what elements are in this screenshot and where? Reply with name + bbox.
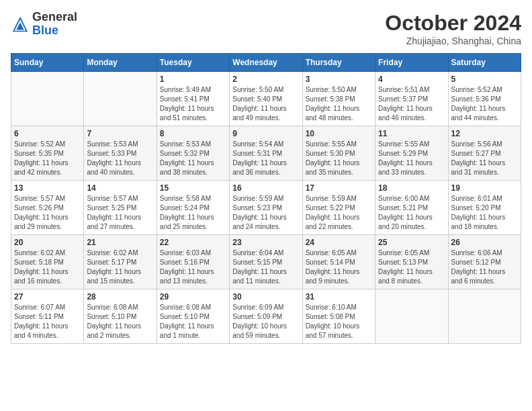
- day-info: Sunrise: 6:08 AM Sunset: 5:10 PM Dayligh…: [87, 303, 153, 340]
- day-info: Sunrise: 5:53 AM Sunset: 5:32 PM Dayligh…: [160, 140, 226, 177]
- calendar-day-cell: 21Sunrise: 6:02 AM Sunset: 5:17 PM Dayli…: [84, 235, 157, 289]
- day-info: Sunrise: 5:51 AM Sunset: 5:37 PM Dayligh…: [378, 85, 445, 123]
- day-number: 4: [378, 75, 445, 84]
- day-number: 12: [451, 129, 518, 138]
- day-number: 17: [306, 183, 372, 193]
- day-info: Sunrise: 5:54 AM Sunset: 5:31 PM Dayligh…: [232, 140, 299, 177]
- day-number: 18: [378, 183, 445, 193]
- day-info: Sunrise: 5:57 AM Sunset: 5:25 PM Dayligh…: [87, 194, 153, 232]
- calendar-day-cell: 26Sunrise: 6:06 AM Sunset: 5:12 PM Dayli…: [448, 235, 521, 289]
- day-info: Sunrise: 6:05 AM Sunset: 5:13 PM Dayligh…: [378, 248, 445, 286]
- day-number: 9: [232, 129, 299, 138]
- calendar-day-cell: 14Sunrise: 5:57 AM Sunset: 5:25 PM Dayli…: [84, 181, 157, 235]
- calendar-table: SundayMondayTuesdayWednesdayThursdayFrid…: [11, 53, 521, 344]
- day-info: Sunrise: 5:55 AM Sunset: 5:29 PM Dayligh…: [378, 140, 445, 177]
- day-info: Sunrise: 6:08 AM Sunset: 5:10 PM Dayligh…: [160, 303, 226, 340]
- day-number: 16: [232, 183, 299, 193]
- calendar-day-cell: 13Sunrise: 5:57 AM Sunset: 5:26 PM Dayli…: [11, 181, 84, 235]
- calendar-day-cell: 20Sunrise: 6:02 AM Sunset: 5:18 PM Dayli…: [11, 235, 84, 289]
- calendar-day-cell: 3Sunrise: 5:50 AM Sunset: 5:38 PM Daylig…: [302, 72, 375, 126]
- calendar-day-cell: 31Sunrise: 6:10 AM Sunset: 5:08 PM Dayli…: [302, 289, 375, 344]
- calendar-day-cell: 7Sunrise: 5:53 AM Sunset: 5:33 PM Daylig…: [84, 126, 157, 181]
- day-number: 20: [14, 238, 81, 247]
- calendar-week-row: 6Sunrise: 5:52 AM Sunset: 5:35 PM Daylig…: [11, 126, 521, 181]
- calendar-week-row: 20Sunrise: 6:02 AM Sunset: 5:18 PM Dayli…: [11, 235, 521, 289]
- day-info: Sunrise: 6:04 AM Sunset: 5:15 PM Dayligh…: [232, 248, 299, 286]
- day-number: 5: [451, 75, 518, 84]
- calendar-day-cell: 9Sunrise: 5:54 AM Sunset: 5:31 PM Daylig…: [230, 126, 302, 181]
- weekday-header: Thursday: [302, 54, 375, 72]
- calendar-day-cell: 22Sunrise: 6:03 AM Sunset: 5:16 PM Dayli…: [157, 235, 229, 289]
- calendar-day-cell: 2Sunrise: 5:50 AM Sunset: 5:40 PM Daylig…: [230, 72, 302, 126]
- day-info: Sunrise: 5:52 AM Sunset: 5:36 PM Dayligh…: [451, 85, 518, 123]
- day-info: Sunrise: 6:09 AM Sunset: 5:09 PM Dayligh…: [232, 303, 299, 340]
- day-info: Sunrise: 6:00 AM Sunset: 5:21 PM Dayligh…: [378, 194, 445, 232]
- day-number: 31: [306, 292, 372, 302]
- location: Zhujiajiao, Shanghai, China: [385, 36, 521, 46]
- day-info: Sunrise: 6:03 AM Sunset: 5:16 PM Dayligh…: [160, 248, 226, 286]
- calendar-week-row: 13Sunrise: 5:57 AM Sunset: 5:26 PM Dayli…: [11, 181, 521, 235]
- day-info: Sunrise: 5:49 AM Sunset: 5:41 PM Dayligh…: [160, 85, 226, 123]
- day-number: 3: [306, 75, 372, 84]
- calendar-header: SundayMondayTuesdayWednesdayThursdayFrid…: [11, 54, 521, 72]
- day-number: 10: [306, 129, 372, 138]
- day-info: Sunrise: 6:07 AM Sunset: 5:11 PM Dayligh…: [14, 303, 81, 340]
- day-number: 19: [451, 183, 518, 193]
- day-info: Sunrise: 6:01 AM Sunset: 5:20 PM Dayligh…: [451, 194, 518, 232]
- weekday-header: Monday: [84, 54, 157, 72]
- day-number: 26: [451, 238, 518, 247]
- calendar-day-cell: 29Sunrise: 6:08 AM Sunset: 5:10 PM Dayli…: [157, 289, 229, 344]
- logo-text: General Blue: [32, 11, 77, 38]
- calendar-day-cell: 1Sunrise: 5:49 AM Sunset: 5:41 PM Daylig…: [157, 72, 229, 126]
- day-info: Sunrise: 5:55 AM Sunset: 5:30 PM Dayligh…: [306, 140, 372, 177]
- calendar-day-cell: 10Sunrise: 5:55 AM Sunset: 5:30 PM Dayli…: [302, 126, 375, 181]
- weekday-header: Friday: [375, 54, 448, 72]
- calendar-day-cell: 23Sunrise: 6:04 AM Sunset: 5:15 PM Dayli…: [230, 235, 302, 289]
- calendar-day-cell: 15Sunrise: 5:58 AM Sunset: 5:24 PM Dayli…: [157, 181, 229, 235]
- day-number: 13: [14, 183, 81, 193]
- day-number: 1: [160, 75, 226, 84]
- calendar-day-cell: 27Sunrise: 6:07 AM Sunset: 5:11 PM Dayli…: [11, 289, 84, 344]
- day-info: Sunrise: 5:53 AM Sunset: 5:33 PM Dayligh…: [87, 140, 153, 177]
- day-number: 28: [87, 292, 153, 302]
- calendar-day-cell: 18Sunrise: 6:00 AM Sunset: 5:21 PM Dayli…: [375, 181, 448, 235]
- calendar-day-cell: 4Sunrise: 5:51 AM Sunset: 5:37 PM Daylig…: [375, 72, 448, 126]
- day-number: 15: [160, 183, 226, 193]
- logo: General Blue: [11, 11, 77, 38]
- weekday-header: Sunday: [11, 54, 84, 72]
- calendar-day-cell: 16Sunrise: 5:59 AM Sunset: 5:23 PM Dayli…: [230, 181, 302, 235]
- day-info: Sunrise: 5:58 AM Sunset: 5:24 PM Dayligh…: [160, 194, 226, 232]
- day-number: 24: [306, 238, 372, 247]
- day-info: Sunrise: 6:02 AM Sunset: 5:17 PM Dayligh…: [87, 248, 153, 286]
- weekday-header: Wednesday: [230, 54, 302, 72]
- calendar-week-row: 1Sunrise: 5:49 AM Sunset: 5:41 PM Daylig…: [11, 72, 521, 126]
- calendar-week-row: 27Sunrise: 6:07 AM Sunset: 5:11 PM Dayli…: [11, 289, 521, 344]
- calendar-day-cell: [11, 72, 84, 126]
- calendar-day-cell: 19Sunrise: 6:01 AM Sunset: 5:20 PM Dayli…: [448, 181, 521, 235]
- day-number: 23: [232, 238, 299, 247]
- day-number: 8: [160, 129, 226, 138]
- title-block: October 2024 Zhujiajiao, Shanghai, China: [385, 11, 521, 46]
- calendar-day-cell: 6Sunrise: 5:52 AM Sunset: 5:35 PM Daylig…: [11, 126, 84, 181]
- calendar-day-cell: 11Sunrise: 5:55 AM Sunset: 5:29 PM Dayli…: [375, 126, 448, 181]
- day-number: 11: [378, 129, 445, 138]
- day-info: Sunrise: 5:50 AM Sunset: 5:38 PM Dayligh…: [306, 85, 372, 123]
- calendar-day-cell: 12Sunrise: 5:56 AM Sunset: 5:27 PM Dayli…: [448, 126, 521, 181]
- calendar-day-cell: 30Sunrise: 6:09 AM Sunset: 5:09 PM Dayli…: [230, 289, 302, 344]
- day-number: 25: [378, 238, 445, 247]
- calendar-day-cell: [448, 289, 521, 344]
- day-number: 29: [160, 292, 226, 302]
- calendar-day-cell: 24Sunrise: 6:05 AM Sunset: 5:14 PM Dayli…: [302, 235, 375, 289]
- day-number: 27: [14, 292, 81, 302]
- calendar-day-cell: [375, 289, 448, 344]
- calendar-day-cell: 5Sunrise: 5:52 AM Sunset: 5:36 PM Daylig…: [448, 72, 521, 126]
- day-number: 2: [232, 75, 299, 84]
- day-info: Sunrise: 5:52 AM Sunset: 5:35 PM Dayligh…: [14, 140, 81, 177]
- weekday-header: Tuesday: [157, 54, 229, 72]
- day-number: 21: [87, 238, 153, 247]
- calendar-body: 1Sunrise: 5:49 AM Sunset: 5:41 PM Daylig…: [11, 72, 521, 344]
- day-info: Sunrise: 5:57 AM Sunset: 5:26 PM Dayligh…: [14, 194, 81, 232]
- day-info: Sunrise: 5:50 AM Sunset: 5:40 PM Dayligh…: [232, 85, 299, 123]
- day-info: Sunrise: 6:10 AM Sunset: 5:08 PM Dayligh…: [306, 303, 372, 340]
- day-number: 6: [14, 129, 81, 138]
